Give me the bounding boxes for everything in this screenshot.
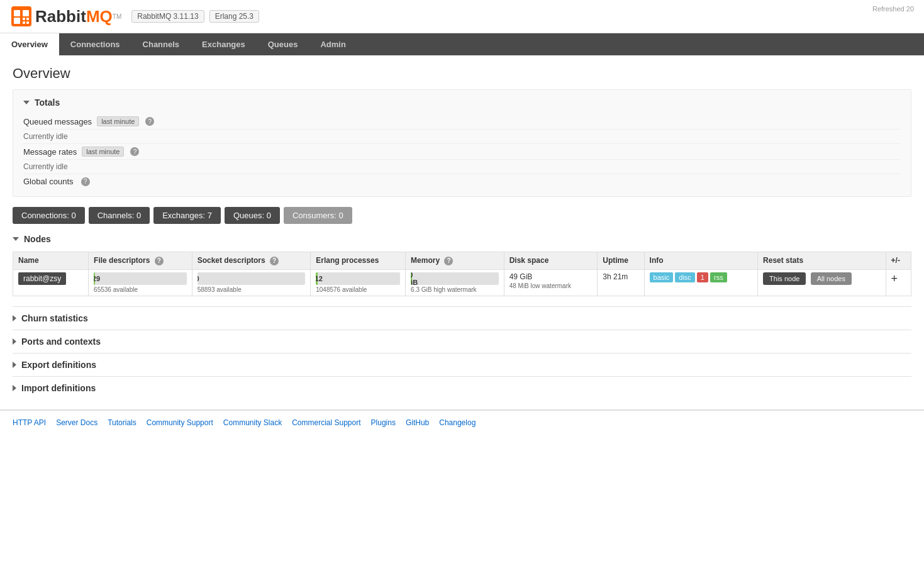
file-desc-cell: 329 65536 available [89, 269, 192, 296]
export-definitions-header[interactable]: Export definitions [13, 360, 911, 370]
ports-contexts-header[interactable]: Ports and contexts [13, 337, 911, 347]
col-reset-stats: Reset stats [758, 252, 886, 270]
svg-rect-3 [14, 18, 20, 24]
nodes-heading: Nodes [24, 234, 51, 244]
import-definitions-label: Import definitions [21, 383, 96, 393]
info-cell: basic disc 1 rss [644, 269, 757, 296]
message-rates-idle-value: Currently idle [23, 162, 68, 171]
message-rates-help[interactable]: ? [130, 147, 139, 156]
export-definitions-label: Export definitions [21, 360, 96, 370]
ports-arrow [13, 338, 16, 345]
queued-messages-idle-value: Currently idle [23, 132, 68, 141]
message-rates-timeframe[interactable]: last minute [82, 147, 124, 157]
totals-heading: Totals [35, 97, 60, 108]
svg-rect-5 [26, 18, 29, 20]
erlang-procs-bar: 412 [316, 272, 318, 285]
footer-changelog[interactable]: Changelog [439, 418, 476, 427]
file-desc-help[interactable]: ? [155, 257, 164, 265]
queued-messages-timeframe[interactable]: last minute [97, 116, 139, 126]
import-definitions-header[interactable]: Import definitions [13, 383, 911, 393]
queues-count-btn[interactable]: Queues: 0 [225, 207, 280, 224]
node-name-cell: rabbit@zsy [13, 269, 89, 296]
global-counts-row: Global counts ? [23, 174, 901, 189]
header: RabbitMQTM RabbitMQ 3.11.13 Erlang 25.3 … [0, 0, 924, 33]
churn-statistics-header[interactable]: Churn statistics [13, 313, 911, 323]
nodes-section: Nodes Name File descriptors ? Socket des… [13, 231, 911, 296]
socket-desc-help[interactable]: ? [270, 257, 279, 265]
nav-channels[interactable]: Channels [131, 33, 191, 55]
disk-space-sub: 48 MiB low watermark [509, 282, 593, 289]
nav-admin[interactable]: Admin [309, 33, 357, 55]
info-tag-disc[interactable]: disc [675, 272, 695, 282]
consumers-count-btn[interactable]: Consumers: 0 [284, 207, 352, 224]
this-node-btn[interactable]: This node [763, 272, 806, 285]
queued-messages-label: Queued messages [23, 117, 92, 126]
file-desc-bar: 329 [94, 272, 94, 285]
page-title: Overview [13, 65, 911, 82]
refresh-text: Refreshed 20 [872, 5, 914, 13]
info-tag-basic[interactable]: basic [650, 272, 674, 282]
col-file-descriptors: File descriptors ? [89, 252, 192, 270]
col-disk-space: Disk space [504, 252, 598, 270]
footer-github[interactable]: GitHub [406, 418, 429, 427]
totals-header[interactable]: Totals [23, 97, 901, 108]
socket-desc-progress: 0 [198, 272, 306, 285]
col-uptime: Uptime [598, 252, 644, 270]
footer-plugins[interactable]: Plugins [371, 418, 396, 427]
footer-community-support[interactable]: Community Support [147, 418, 213, 427]
nav-overview[interactable]: Overview [0, 33, 59, 55]
col-plus-minus[interactable]: +/- [886, 252, 911, 270]
logo-tm: TM [113, 13, 121, 20]
connections-count-btn[interactable]: Connections: 0 [13, 207, 85, 224]
plus-minus-icon[interactable]: + [891, 272, 898, 285]
file-desc-progress: 329 [94, 272, 187, 285]
nav-queues[interactable]: Queues [257, 33, 309, 55]
ports-contexts-label: Ports and contexts [21, 337, 101, 347]
disk-space-cell: 49 GiB 48 MiB low watermark [504, 269, 598, 296]
import-definitions-section: Import definitions [13, 376, 911, 399]
memory-progress: 90 MiB [411, 272, 499, 285]
footer-tutorials[interactable]: Tutorials [108, 418, 136, 427]
erlang-procs-cell: 412 1048576 available [311, 269, 406, 296]
queued-messages-row: Queued messages last minute ? [23, 114, 901, 130]
footer-http-api[interactable]: HTTP API [13, 418, 46, 427]
svg-rect-7 [26, 21, 29, 24]
col-socket-descriptors: Socket descriptors ? [192, 252, 311, 270]
info-tag-rss[interactable]: rss [710, 272, 727, 282]
all-nodes-btn[interactable]: All nodes [811, 272, 852, 285]
global-counts-help[interactable]: ? [81, 177, 90, 186]
socket-desc-sub: 58893 available [198, 286, 306, 293]
queued-messages-help[interactable]: ? [145, 117, 154, 126]
footer-commercial-support[interactable]: Commercial Support [292, 418, 360, 427]
info-tags: basic disc 1 rss [650, 272, 752, 282]
uptime-value: 3h 21m [603, 272, 628, 281]
nav-exchanges[interactable]: Exchanges [191, 33, 257, 55]
main-content: Overview Totals Queued messages last min… [0, 55, 924, 409]
main-nav: Overview Connections Channels Exchanges … [0, 33, 924, 55]
plus-minus-cell[interactable]: + [886, 269, 911, 296]
footer-community-slack[interactable]: Community Slack [223, 418, 282, 427]
col-memory: Memory ? [406, 252, 504, 270]
channels-count-btn[interactable]: Channels: 0 [89, 207, 150, 224]
info-tag-1[interactable]: 1 [697, 272, 708, 282]
svg-rect-6 [23, 21, 25, 24]
totals-collapse-arrow [23, 101, 30, 104]
socket-desc-cell: 0 58893 available [192, 269, 311, 296]
node-name-badge: rabbit@zsy [18, 272, 66, 285]
footer-server-docs[interactable]: Server Docs [56, 418, 97, 427]
export-arrow [13, 362, 16, 368]
count-buttons: Connections: 0 Channels: 0 Exchanges: 7 … [13, 207, 911, 224]
reset-stats-cell: This node All nodes [758, 269, 886, 296]
nodes-table: Name File descriptors ? Socket descripto… [13, 252, 911, 296]
exchanges-count-btn[interactable]: Exchanges: 7 [153, 207, 221, 224]
logo-mq: MQ [86, 7, 113, 26]
import-arrow [13, 385, 16, 391]
memory-help[interactable]: ? [444, 257, 453, 265]
global-counts-label: Global counts [23, 177, 74, 186]
logo: RabbitMQTM [10, 5, 121, 28]
nav-connections[interactable]: Connections [59, 33, 131, 55]
message-rates-label: Message rates [23, 147, 77, 157]
churn-arrow [13, 315, 16, 321]
nodes-header[interactable]: Nodes [13, 231, 911, 247]
ports-contexts-section: Ports and contexts [13, 330, 911, 353]
